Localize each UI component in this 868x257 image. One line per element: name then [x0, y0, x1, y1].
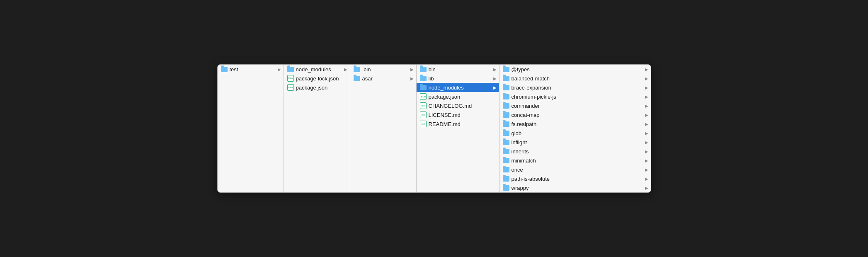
folder-icon: [354, 75, 360, 82]
folder-icon: [503, 93, 509, 100]
folder-icon: [503, 66, 509, 73]
item-commander[interactable]: commander▶: [499, 101, 651, 110]
item-.bin[interactable]: .bin▶: [350, 65, 416, 74]
item-once[interactable]: once▶: [499, 165, 651, 174]
md-icon: md: [420, 121, 427, 127]
item-balanced-match[interactable]: balanced-match▶: [499, 74, 651, 83]
item-node_modules2[interactable]: node_modules▶: [417, 83, 499, 92]
item-LICENSE.md[interactable]: mdLICENSE.md: [417, 110, 499, 119]
item-README.md[interactable]: mdREADME.md: [417, 119, 499, 128]
item-label-test: test: [230, 66, 277, 73]
item-label-CHANGELOG.md: CHANGELOG.md: [429, 103, 497, 109]
item-minimatch[interactable]: minimatch▶: [499, 156, 651, 165]
chevron-right-icon: ▶: [645, 150, 648, 153]
item-inherits[interactable]: inherits▶: [499, 147, 651, 156]
item-label-glob: glob: [512, 130, 644, 136]
item-wrappy[interactable]: wrappy▶: [499, 183, 651, 192]
folder-icon: [503, 139, 509, 145]
chevron-right-icon: ▶: [645, 131, 648, 135]
item-CHANGELOG.md[interactable]: mdCHANGELOG.md: [417, 101, 499, 110]
item-package.json2[interactable]: JSONpackage.json: [417, 92, 499, 101]
item-@types[interactable]: @types▶: [499, 65, 651, 74]
item-label-package.json: package.json: [296, 85, 347, 91]
chevron-right-icon: ▶: [410, 77, 414, 80]
item-node_modules[interactable]: node_modules▶: [284, 65, 350, 74]
item-label-inflight: inflight: [512, 139, 644, 145]
json-icon: JSON: [287, 75, 294, 82]
md-icon: md: [420, 112, 427, 118]
folder-icon: [503, 148, 509, 155]
item-label-bin: bin: [429, 66, 492, 73]
columns-container: test▶ node_modules▶JSONpackage-lock.json…: [218, 65, 651, 192]
item-package.json[interactable]: JSONpackage.json: [284, 83, 350, 92]
column-4: bin▶lib▶node_modules▶JSONpackage.jsonmdC…: [417, 65, 499, 192]
item-label-.bin: .bin: [362, 66, 410, 73]
item-brace-expansion[interactable]: brace-expansion▶: [499, 83, 651, 92]
json-icon: JSON: [420, 93, 427, 100]
folder-icon: [287, 66, 294, 73]
folder-icon: [503, 157, 509, 164]
item-label-inherits: inherits: [512, 148, 644, 155]
chevron-right-icon: ▶: [645, 141, 648, 144]
item-path-is-absolute[interactable]: path-is-absolute▶: [499, 174, 651, 183]
item-package-lock.json[interactable]: JSONpackage-lock.json: [284, 74, 350, 83]
item-label-chromium-pickle-js: chromium-pickle-js: [512, 94, 644, 100]
folder-icon: [221, 66, 228, 73]
column-5: @types▶balanced-match▶brace-expansion▶ch…: [499, 65, 651, 192]
chevron-right-icon: ▶: [645, 168, 648, 171]
column-2: node_modules▶JSONpackage-lock.jsonJSONpa…: [284, 65, 350, 192]
folder-icon: [503, 166, 509, 173]
chevron-right-icon: ▶: [645, 95, 648, 98]
item-label-commander: commander: [512, 103, 644, 109]
item-label-README.md: README.md: [429, 121, 497, 127]
folder-icon: [503, 84, 509, 91]
chevron-right-icon: ▶: [645, 186, 648, 189]
item-label-asar: asar: [362, 75, 410, 82]
item-label-brace-expansion: brace-expansion: [512, 85, 644, 91]
item-label-once: once: [512, 167, 644, 173]
folder-icon: [503, 175, 509, 182]
item-label-node_modules: node_modules: [296, 66, 343, 73]
item-label-minimatch: minimatch: [512, 158, 644, 164]
item-label-wrappy: wrappy: [512, 185, 644, 191]
item-label-package.json2: package.json: [429, 94, 497, 100]
json-icon: JSON: [287, 84, 294, 91]
folder-icon: [420, 66, 427, 73]
chevron-right-icon: ▶: [493, 77, 497, 80]
item-label-lib: lib: [429, 75, 492, 82]
md-icon: md: [420, 102, 427, 109]
column-3: .bin▶asar▶: [350, 65, 417, 192]
item-label-node_modules2: node_modules: [429, 85, 492, 91]
folder-icon: [503, 102, 509, 109]
item-glob[interactable]: glob▶: [499, 128, 651, 138]
folder-icon: [503, 121, 509, 127]
folder-icon: [354, 66, 360, 73]
chevron-right-icon: ▶: [344, 68, 347, 71]
folder-icon: [503, 184, 509, 191]
chevron-right-icon: ▶: [645, 104, 648, 107]
chevron-right-icon: ▶: [278, 68, 281, 71]
folder-icon: [420, 84, 427, 91]
chevron-right-icon: ▶: [645, 122, 648, 126]
chevron-right-icon: ▶: [645, 68, 648, 71]
item-bin[interactable]: bin▶: [417, 65, 499, 74]
chevron-right-icon: ▶: [410, 68, 414, 71]
folder-icon: [503, 75, 509, 82]
item-test[interactable]: test▶: [218, 65, 284, 74]
item-chromium-pickle-js[interactable]: chromium-pickle-js▶: [499, 92, 651, 101]
chevron-right-icon: ▶: [493, 68, 497, 71]
folder-icon: [503, 112, 509, 118]
column-1: test▶: [218, 65, 284, 192]
item-label-LICENSE.md: LICENSE.md: [429, 112, 497, 118]
item-concat-map[interactable]: concat-map▶: [499, 110, 651, 119]
chevron-right-icon: ▶: [645, 86, 648, 89]
item-fs.realpath[interactable]: fs.realpath▶: [499, 119, 651, 128]
item-asar[interactable]: asar▶: [350, 74, 416, 83]
folder-icon: [503, 130, 509, 136]
finder-window: test▶ node_modules▶JSONpackage-lock.json…: [217, 64, 651, 193]
item-lib[interactable]: lib▶: [417, 74, 499, 83]
item-label-fs.realpath: fs.realpath: [512, 121, 644, 127]
item-label-@types: @types: [512, 66, 644, 73]
item-inflight[interactable]: inflight▶: [499, 138, 651, 147]
folder-icon: [420, 75, 427, 82]
